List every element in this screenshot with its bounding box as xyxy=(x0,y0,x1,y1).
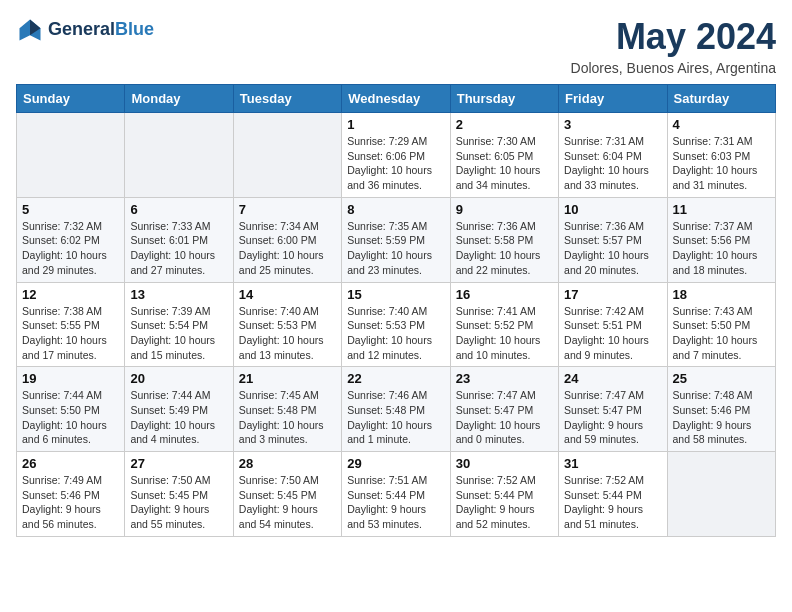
calendar-cell: 25Sunrise: 7:48 AM Sunset: 5:46 PM Dayli… xyxy=(667,367,775,452)
day-number: 11 xyxy=(673,202,770,217)
day-number: 23 xyxy=(456,371,553,386)
day-number: 10 xyxy=(564,202,661,217)
logo: GeneralBlue xyxy=(16,16,154,44)
day-number: 22 xyxy=(347,371,444,386)
calendar-week-row: 1Sunrise: 7:29 AM Sunset: 6:06 PM Daylig… xyxy=(17,113,776,198)
calendar-week-row: 26Sunrise: 7:49 AM Sunset: 5:46 PM Dayli… xyxy=(17,452,776,537)
calendar-cell: 30Sunrise: 7:52 AM Sunset: 5:44 PM Dayli… xyxy=(450,452,558,537)
day-number: 8 xyxy=(347,202,444,217)
day-header-monday: Monday xyxy=(125,85,233,113)
calendar-table: SundayMondayTuesdayWednesdayThursdayFrid… xyxy=(16,84,776,537)
logo-line2: Blue xyxy=(115,19,154,39)
day-info: Sunrise: 7:36 AM Sunset: 5:57 PM Dayligh… xyxy=(564,219,661,278)
day-number: 21 xyxy=(239,371,336,386)
day-number: 6 xyxy=(130,202,227,217)
day-info: Sunrise: 7:39 AM Sunset: 5:54 PM Dayligh… xyxy=(130,304,227,363)
calendar-cell: 19Sunrise: 7:44 AM Sunset: 5:50 PM Dayli… xyxy=(17,367,125,452)
calendar-cell: 22Sunrise: 7:46 AM Sunset: 5:48 PM Dayli… xyxy=(342,367,450,452)
calendar-cell: 24Sunrise: 7:47 AM Sunset: 5:47 PM Dayli… xyxy=(559,367,667,452)
calendar-cell: 14Sunrise: 7:40 AM Sunset: 5:53 PM Dayli… xyxy=(233,282,341,367)
day-info: Sunrise: 7:45 AM Sunset: 5:48 PM Dayligh… xyxy=(239,388,336,447)
calendar-cell: 11Sunrise: 7:37 AM Sunset: 5:56 PM Dayli… xyxy=(667,197,775,282)
calendar-cell: 23Sunrise: 7:47 AM Sunset: 5:47 PM Dayli… xyxy=(450,367,558,452)
day-info: Sunrise: 7:49 AM Sunset: 5:46 PM Dayligh… xyxy=(22,473,119,532)
calendar-cell: 12Sunrise: 7:38 AM Sunset: 5:55 PM Dayli… xyxy=(17,282,125,367)
day-header-wednesday: Wednesday xyxy=(342,85,450,113)
day-info: Sunrise: 7:31 AM Sunset: 6:03 PM Dayligh… xyxy=(673,134,770,193)
calendar-header-row: SundayMondayTuesdayWednesdayThursdayFrid… xyxy=(17,85,776,113)
day-info: Sunrise: 7:40 AM Sunset: 5:53 PM Dayligh… xyxy=(239,304,336,363)
calendar-cell: 31Sunrise: 7:52 AM Sunset: 5:44 PM Dayli… xyxy=(559,452,667,537)
day-info: Sunrise: 7:35 AM Sunset: 5:59 PM Dayligh… xyxy=(347,219,444,278)
calendar-cell: 17Sunrise: 7:42 AM Sunset: 5:51 PM Dayli… xyxy=(559,282,667,367)
calendar-cell: 9Sunrise: 7:36 AM Sunset: 5:58 PM Daylig… xyxy=(450,197,558,282)
day-number: 17 xyxy=(564,287,661,302)
day-number: 26 xyxy=(22,456,119,471)
month-title: May 2024 xyxy=(571,16,776,58)
calendar-cell: 10Sunrise: 7:36 AM Sunset: 5:57 PM Dayli… xyxy=(559,197,667,282)
calendar-cell: 16Sunrise: 7:41 AM Sunset: 5:52 PM Dayli… xyxy=(450,282,558,367)
day-info: Sunrise: 7:38 AM Sunset: 5:55 PM Dayligh… xyxy=(22,304,119,363)
calendar-cell: 2Sunrise: 7:30 AM Sunset: 6:05 PM Daylig… xyxy=(450,113,558,198)
day-number: 12 xyxy=(22,287,119,302)
logo-line1: General xyxy=(48,19,115,39)
day-number: 24 xyxy=(564,371,661,386)
page-header: GeneralBlue May 2024 Dolores, Buenos Air… xyxy=(16,16,776,76)
day-info: Sunrise: 7:30 AM Sunset: 6:05 PM Dayligh… xyxy=(456,134,553,193)
calendar-cell xyxy=(17,113,125,198)
day-number: 13 xyxy=(130,287,227,302)
day-number: 20 xyxy=(130,371,227,386)
day-info: Sunrise: 7:41 AM Sunset: 5:52 PM Dayligh… xyxy=(456,304,553,363)
calendar-week-row: 19Sunrise: 7:44 AM Sunset: 5:50 PM Dayli… xyxy=(17,367,776,452)
day-number: 18 xyxy=(673,287,770,302)
day-info: Sunrise: 7:37 AM Sunset: 5:56 PM Dayligh… xyxy=(673,219,770,278)
day-number: 16 xyxy=(456,287,553,302)
day-info: Sunrise: 7:47 AM Sunset: 5:47 PM Dayligh… xyxy=(456,388,553,447)
calendar-cell: 1Sunrise: 7:29 AM Sunset: 6:06 PM Daylig… xyxy=(342,113,450,198)
calendar-cell: 13Sunrise: 7:39 AM Sunset: 5:54 PM Dayli… xyxy=(125,282,233,367)
calendar-cell: 27Sunrise: 7:50 AM Sunset: 5:45 PM Dayli… xyxy=(125,452,233,537)
calendar-cell: 3Sunrise: 7:31 AM Sunset: 6:04 PM Daylig… xyxy=(559,113,667,198)
day-info: Sunrise: 7:33 AM Sunset: 6:01 PM Dayligh… xyxy=(130,219,227,278)
day-number: 25 xyxy=(673,371,770,386)
day-info: Sunrise: 7:51 AM Sunset: 5:44 PM Dayligh… xyxy=(347,473,444,532)
day-info: Sunrise: 7:36 AM Sunset: 5:58 PM Dayligh… xyxy=(456,219,553,278)
day-info: Sunrise: 7:52 AM Sunset: 5:44 PM Dayligh… xyxy=(564,473,661,532)
calendar-cell: 15Sunrise: 7:40 AM Sunset: 5:53 PM Dayli… xyxy=(342,282,450,367)
day-number: 3 xyxy=(564,117,661,132)
calendar-cell: 4Sunrise: 7:31 AM Sunset: 6:03 PM Daylig… xyxy=(667,113,775,198)
calendar-cell: 6Sunrise: 7:33 AM Sunset: 6:01 PM Daylig… xyxy=(125,197,233,282)
day-header-saturday: Saturday xyxy=(667,85,775,113)
calendar-cell xyxy=(125,113,233,198)
day-header-tuesday: Tuesday xyxy=(233,85,341,113)
day-info: Sunrise: 7:42 AM Sunset: 5:51 PM Dayligh… xyxy=(564,304,661,363)
day-header-friday: Friday xyxy=(559,85,667,113)
day-number: 7 xyxy=(239,202,336,217)
day-header-thursday: Thursday xyxy=(450,85,558,113)
calendar-week-row: 12Sunrise: 7:38 AM Sunset: 5:55 PM Dayli… xyxy=(17,282,776,367)
logo-icon xyxy=(16,16,44,44)
day-info: Sunrise: 7:52 AM Sunset: 5:44 PM Dayligh… xyxy=(456,473,553,532)
day-info: Sunrise: 7:31 AM Sunset: 6:04 PM Dayligh… xyxy=(564,134,661,193)
day-number: 28 xyxy=(239,456,336,471)
day-info: Sunrise: 7:40 AM Sunset: 5:53 PM Dayligh… xyxy=(347,304,444,363)
calendar-cell xyxy=(233,113,341,198)
location-title: Dolores, Buenos Aires, Argentina xyxy=(571,60,776,76)
day-number: 19 xyxy=(22,371,119,386)
day-number: 14 xyxy=(239,287,336,302)
day-number: 30 xyxy=(456,456,553,471)
calendar-week-row: 5Sunrise: 7:32 AM Sunset: 6:02 PM Daylig… xyxy=(17,197,776,282)
day-number: 9 xyxy=(456,202,553,217)
calendar-cell: 21Sunrise: 7:45 AM Sunset: 5:48 PM Dayli… xyxy=(233,367,341,452)
day-number: 1 xyxy=(347,117,444,132)
day-info: Sunrise: 7:46 AM Sunset: 5:48 PM Dayligh… xyxy=(347,388,444,447)
day-info: Sunrise: 7:44 AM Sunset: 5:50 PM Dayligh… xyxy=(22,388,119,447)
day-info: Sunrise: 7:47 AM Sunset: 5:47 PM Dayligh… xyxy=(564,388,661,447)
day-number: 15 xyxy=(347,287,444,302)
day-number: 29 xyxy=(347,456,444,471)
day-number: 4 xyxy=(673,117,770,132)
day-info: Sunrise: 7:32 AM Sunset: 6:02 PM Dayligh… xyxy=(22,219,119,278)
calendar-cell: 5Sunrise: 7:32 AM Sunset: 6:02 PM Daylig… xyxy=(17,197,125,282)
calendar-cell: 7Sunrise: 7:34 AM Sunset: 6:00 PM Daylig… xyxy=(233,197,341,282)
calendar-cell: 26Sunrise: 7:49 AM Sunset: 5:46 PM Dayli… xyxy=(17,452,125,537)
